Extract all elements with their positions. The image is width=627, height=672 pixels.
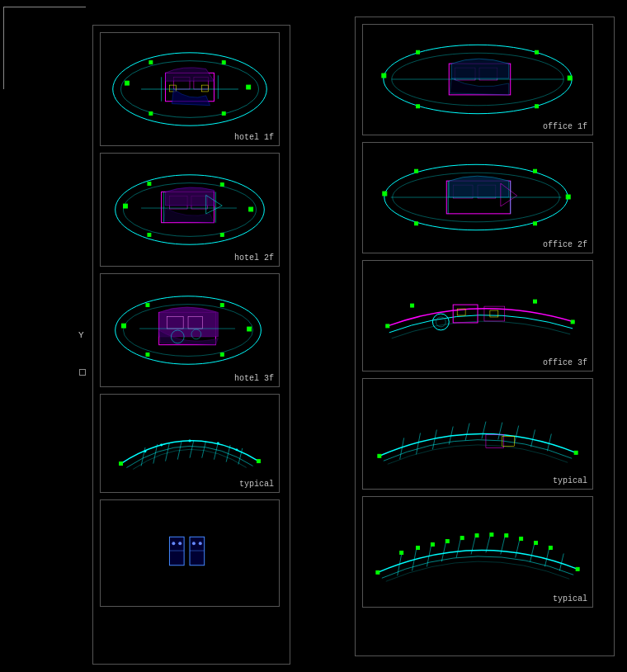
svg-rect-132 xyxy=(431,543,434,547)
floor-plan-office-1f xyxy=(363,25,592,135)
floor-box-typical-right1[interactable]: typical xyxy=(362,378,593,490)
floor-plan-typical-right1 xyxy=(363,379,592,489)
svg-rect-13 xyxy=(202,85,209,92)
svg-rect-37 xyxy=(122,324,126,328)
hotel-1f-label: hotel 1f xyxy=(234,133,274,142)
floor-plan-small-left xyxy=(101,500,279,606)
floor-box-office-3f[interactable]: office 3f xyxy=(362,260,593,371)
svg-rect-88 xyxy=(534,169,537,173)
svg-line-123 xyxy=(471,537,475,555)
svg-rect-100 xyxy=(411,304,414,307)
svg-line-129 xyxy=(559,553,563,570)
svg-line-44 xyxy=(141,447,145,466)
svg-rect-61 xyxy=(190,537,205,565)
svg-rect-77 xyxy=(417,105,420,108)
svg-point-58 xyxy=(217,442,219,445)
floor-box-office-1f[interactable]: office 1f xyxy=(362,24,593,135)
typical-right1-label: typical xyxy=(553,476,587,485)
svg-line-106 xyxy=(432,430,436,450)
svg-line-46 xyxy=(166,442,170,461)
svg-point-96 xyxy=(432,314,449,330)
right-panel: office 1f xyxy=(355,17,615,656)
floor-plan-typical-right2 xyxy=(363,497,592,607)
svg-rect-10 xyxy=(149,111,153,115)
floor-box-small-left[interactable] xyxy=(100,499,280,607)
svg-rect-8 xyxy=(149,61,153,64)
floor-plan-hotel-2f xyxy=(101,154,279,266)
svg-rect-131 xyxy=(417,547,420,550)
svg-point-59 xyxy=(235,448,238,451)
svg-point-55 xyxy=(144,450,147,452)
floor-plan-office-3f xyxy=(363,261,592,371)
floor-box-hotel-1f[interactable]: hotel 1f xyxy=(100,32,280,146)
svg-line-113 xyxy=(547,434,551,452)
svg-rect-140 xyxy=(549,547,552,550)
svg-line-48 xyxy=(190,440,194,458)
axis-y-label: Y xyxy=(78,330,84,340)
svg-rect-40 xyxy=(220,304,224,307)
svg-line-121 xyxy=(441,543,446,562)
svg-point-65 xyxy=(178,542,182,545)
svg-point-56 xyxy=(160,443,163,446)
svg-rect-139 xyxy=(535,542,538,545)
typical-left-label: typical xyxy=(239,480,274,489)
typical-right2-label: typical xyxy=(553,594,587,603)
svg-line-50 xyxy=(214,442,218,460)
floor-box-office-2f[interactable]: office 2f xyxy=(362,142,593,253)
svg-rect-142 xyxy=(576,567,579,570)
svg-rect-137 xyxy=(505,534,508,537)
axis-line-horizontal xyxy=(3,7,86,7)
svg-rect-39 xyxy=(146,304,149,307)
svg-rect-99 xyxy=(571,320,574,324)
svg-point-16 xyxy=(116,175,265,244)
svg-rect-86 xyxy=(566,195,570,199)
svg-rect-11 xyxy=(222,111,225,115)
svg-point-66 xyxy=(192,542,196,545)
office-3f-label: office 3f xyxy=(543,358,587,367)
floor-box-typical-left[interactable]: typical xyxy=(100,394,280,493)
hotel-2f-label: hotel 2f xyxy=(234,253,274,263)
svg-line-51 xyxy=(226,445,230,462)
svg-line-105 xyxy=(417,433,421,455)
floor-box-hotel-2f[interactable]: hotel 2f xyxy=(100,153,280,267)
svg-rect-74 xyxy=(568,76,572,80)
svg-rect-73 xyxy=(382,73,386,78)
svg-rect-98 xyxy=(386,324,389,328)
svg-line-104 xyxy=(400,438,404,459)
svg-rect-90 xyxy=(534,222,537,225)
svg-rect-9 xyxy=(222,61,225,64)
svg-rect-41 xyxy=(146,353,149,356)
svg-rect-130 xyxy=(400,551,403,555)
svg-rect-85 xyxy=(383,192,387,196)
svg-line-49 xyxy=(202,441,206,458)
svg-line-122 xyxy=(456,540,460,558)
floor-box-hotel-3f[interactable]: hotel 3f xyxy=(100,273,280,387)
floor-plan-hotel-3f xyxy=(101,274,279,386)
svg-rect-136 xyxy=(490,533,493,537)
svg-rect-133 xyxy=(446,540,449,543)
hotel-3f-label: hotel 3f xyxy=(234,374,274,383)
axis-marker xyxy=(79,369,86,376)
floor-box-typical-right2[interactable]: typical xyxy=(362,496,593,608)
floor-plan-typical-left xyxy=(101,395,279,492)
svg-rect-101 xyxy=(534,300,537,303)
svg-rect-117 xyxy=(574,451,578,454)
svg-rect-54 xyxy=(257,460,260,463)
svg-rect-42 xyxy=(220,353,224,356)
svg-line-112 xyxy=(531,430,535,447)
svg-rect-89 xyxy=(415,222,418,225)
axis-line-vertical xyxy=(3,7,4,89)
svg-rect-87 xyxy=(415,169,418,173)
svg-rect-75 xyxy=(417,50,420,54)
svg-rect-6 xyxy=(125,81,129,85)
svg-point-57 xyxy=(189,440,191,442)
svg-rect-26 xyxy=(220,233,224,236)
svg-rect-141 xyxy=(376,570,380,574)
floor-plan-hotel-1f xyxy=(101,33,279,145)
svg-rect-134 xyxy=(460,537,464,540)
office-1f-label: office 1f xyxy=(543,122,587,131)
svg-line-127 xyxy=(530,545,535,562)
svg-line-111 xyxy=(515,426,519,443)
svg-rect-23 xyxy=(148,182,151,186)
svg-rect-60 xyxy=(169,537,184,565)
